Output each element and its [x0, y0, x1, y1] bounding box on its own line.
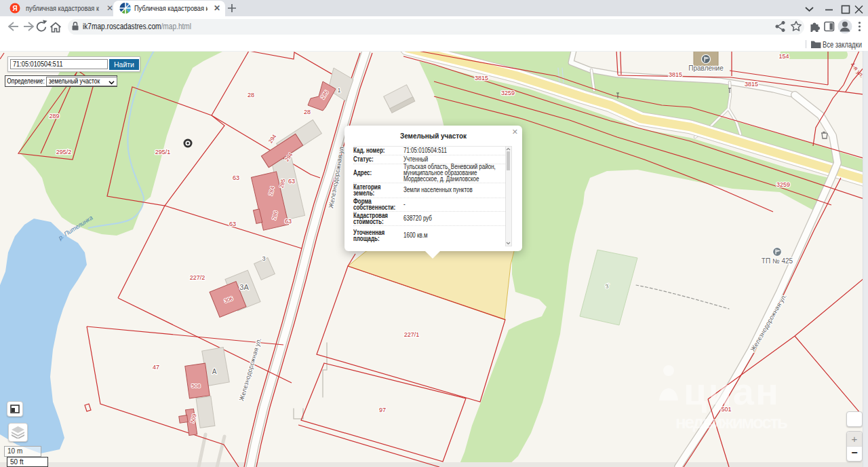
svg-text:3: 3	[262, 255, 265, 262]
svg-text:295/1: 295/1	[155, 149, 171, 155]
svg-text:289: 289	[49, 113, 59, 119]
svg-text:3815: 3815	[475, 75, 488, 81]
svg-text:28: 28	[304, 109, 311, 115]
svg-text:недвижимость: недвижимость	[675, 412, 788, 432]
svg-text:3259: 3259	[501, 90, 515, 96]
svg-text:295/2: 295/2	[56, 149, 72, 155]
svg-text:1: 1	[337, 87, 340, 94]
svg-text:227/2: 227/2	[190, 274, 205, 281]
svg-text:154: 154	[778, 53, 789, 60]
svg-text:47: 47	[153, 364, 159, 371]
svg-text:97: 97	[379, 407, 386, 413]
svg-text:63: 63	[233, 174, 239, 181]
svg-text:63: 63	[229, 221, 236, 227]
svg-text:63: 63	[285, 218, 292, 225]
svg-text:циан: циан	[684, 370, 780, 413]
svg-text:63: 63	[288, 178, 295, 185]
svg-text:Правление: Правление	[688, 64, 724, 72]
svg-text:28: 28	[248, 92, 254, 98]
svg-text:А: А	[212, 368, 217, 375]
svg-text:Я: Я	[12, 5, 17, 12]
svg-text:3815: 3815	[745, 81, 758, 88]
svg-text:3815: 3815	[669, 71, 682, 78]
svg-text:3А: 3А	[239, 283, 249, 291]
svg-text:ТП № 425: ТП № 425	[762, 257, 793, 265]
svg-text:508: 508	[191, 383, 201, 389]
svg-text:227/1: 227/1	[404, 331, 420, 338]
svg-text:3259: 3259	[776, 181, 790, 188]
